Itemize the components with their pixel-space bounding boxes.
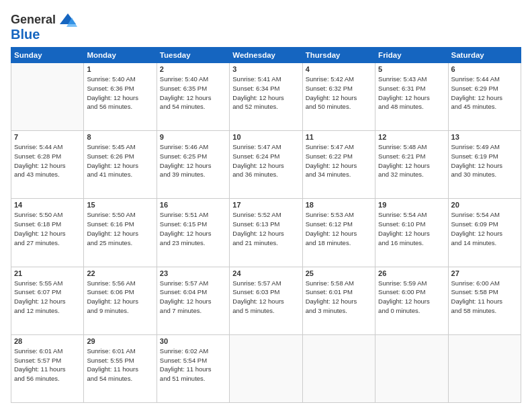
calendar-header-row: SundayMondayTuesdayWednesdayThursdayFrid… (11, 48, 521, 63)
cell-info: Sunrise: 5:54 AMSunset: 6:09 PMDaylight:… (451, 210, 518, 247)
cell-info: Sunrise: 5:45 AMSunset: 6:26 PMDaylight:… (87, 142, 153, 179)
cell-line: and 48 minutes. (378, 103, 424, 110)
cell-line: and 18 minutes. (306, 239, 351, 246)
cell-line: Daylight: 12 hours (160, 230, 212, 237)
cell-line: Sunrise: 5:53 AM (306, 211, 354, 218)
day-number: 1 (87, 65, 153, 73)
cell-line: and 9 minutes. (87, 307, 128, 314)
cell-line: Daylight: 12 hours (232, 230, 284, 237)
cell-line: and 12 minutes. (14, 307, 60, 314)
cell-line: Sunset: 6:26 PM (87, 152, 134, 160)
calendar-cell: 15Sunrise: 5:50 AMSunset: 6:16 PMDayligh… (84, 199, 157, 267)
cell-line: Sunrise: 5:42 AM (306, 75, 354, 83)
day-number: 26 (378, 269, 445, 277)
cell-line: Sunrise: 5:44 AM (451, 75, 500, 83)
cell-line: Sunrise: 5:55 AM (14, 279, 62, 287)
cell-line: and 39 minutes. (160, 171, 206, 178)
cell-line: and 21 minutes. (232, 239, 278, 246)
cell-line: Daylight: 12 hours (451, 94, 503, 101)
day-number: 10 (232, 133, 299, 141)
cell-line: Daylight: 11 hours (14, 365, 66, 373)
day-number: 16 (160, 201, 226, 209)
cell-info: Sunrise: 6:01 AMSunset: 5:55 PMDaylight:… (87, 347, 153, 383)
calendar-week-row: 28Sunrise: 6:01 AMSunset: 5:57 PMDayligh… (11, 334, 521, 402)
cell-line: Daylight: 12 hours (160, 298, 212, 305)
cell-line: Sunset: 6:10 PM (378, 220, 425, 228)
calendar-week-row: 1Sunrise: 5:40 AMSunset: 6:36 PMDaylight… (11, 63, 521, 131)
cell-line: Daylight: 12 hours (14, 162, 66, 169)
cell-line: Daylight: 12 hours (160, 162, 212, 169)
calendar-cell: 27Sunrise: 6:00 AMSunset: 5:58 PMDayligh… (448, 267, 521, 334)
cell-line: and 7 minutes. (160, 307, 202, 314)
day-number: 8 (87, 133, 153, 141)
cell-line: Sunrise: 5:47 AM (306, 143, 354, 150)
cell-line: and 23 minutes. (160, 239, 206, 246)
cell-line: Daylight: 12 hours (232, 94, 284, 101)
calendar-cell: 26Sunrise: 5:59 AMSunset: 6:00 PMDayligh… (375, 267, 448, 334)
cell-line: Sunrise: 5:41 AM (232, 75, 281, 83)
cell-line: Sunset: 5:58 PM (451, 288, 498, 295)
cell-line: Sunset: 6:06 PM (87, 288, 134, 295)
cell-info: Sunrise: 5:47 AMSunset: 6:24 PMDaylight:… (232, 142, 299, 179)
calendar-cell: 4Sunrise: 5:42 AMSunset: 6:32 PMDaylight… (302, 63, 375, 131)
logo-icon (58, 11, 77, 30)
day-number: 22 (87, 269, 153, 277)
cell-line: Sunset: 6:09 PM (451, 220, 498, 228)
cell-line: Sunset: 6:28 PM (14, 152, 61, 160)
cell-line: Daylight: 12 hours (87, 162, 138, 169)
cell-line: and 56 minutes. (14, 375, 60, 382)
cell-line: and 0 minutes. (378, 307, 420, 314)
cell-line: Daylight: 11 hours (451, 298, 503, 305)
cell-line: Daylight: 12 hours (306, 162, 357, 169)
cell-line: Sunrise: 5:46 AM (160, 143, 208, 150)
cell-line: Sunrise: 5:59 AM (378, 279, 427, 287)
cell-line: Daylight: 12 hours (160, 94, 212, 101)
cell-info: Sunrise: 5:54 AMSunset: 6:10 PMDaylight:… (378, 210, 445, 247)
cell-line: Sunrise: 5:44 AM (14, 143, 62, 150)
cell-line: Sunrise: 5:54 AM (451, 211, 500, 218)
cell-line: Sunrise: 5:50 AM (87, 211, 135, 218)
cell-line: Sunrise: 5:54 AM (378, 211, 427, 218)
cell-info: Sunrise: 5:57 AMSunset: 6:03 PMDaylight:… (232, 279, 299, 316)
cell-line: Daylight: 12 hours (378, 230, 430, 237)
cell-line: Sunset: 6:18 PM (14, 220, 61, 228)
cell-line: and 34 minutes. (306, 171, 351, 178)
cell-line: Sunrise: 5:56 AM (87, 279, 135, 287)
cell-line: and 56 minutes. (87, 103, 132, 110)
cell-line: Sunrise: 5:52 AM (232, 211, 281, 218)
calendar-cell: 24Sunrise: 5:57 AMSunset: 6:03 PMDayligh… (230, 267, 302, 334)
cell-line: Daylight: 11 hours (87, 365, 138, 373)
calendar-cell: 18Sunrise: 5:53 AMSunset: 6:12 PMDayligh… (302, 199, 375, 267)
cell-info: Sunrise: 5:42 AMSunset: 6:32 PMDaylight:… (306, 75, 372, 111)
day-number: 20 (451, 201, 518, 209)
cell-line: and 14 minutes. (451, 239, 497, 246)
cell-info: Sunrise: 5:51 AMSunset: 6:15 PMDaylight:… (160, 210, 226, 247)
day-number: 29 (87, 337, 153, 345)
logo-text-general: General (11, 13, 56, 27)
cell-line: Sunset: 6:21 PM (378, 152, 425, 160)
day-number: 28 (14, 337, 81, 345)
calendar-cell: 28Sunrise: 6:01 AMSunset: 5:57 PMDayligh… (11, 334, 84, 402)
cell-line: Sunset: 6:24 PM (232, 152, 279, 160)
cell-info: Sunrise: 5:40 AMSunset: 6:35 PMDaylight:… (160, 75, 226, 111)
cell-line: Daylight: 11 hours (160, 365, 212, 373)
calendar-cell: 12Sunrise: 5:48 AMSunset: 6:21 PMDayligh… (375, 131, 448, 199)
cell-info: Sunrise: 5:47 AMSunset: 6:22 PMDaylight:… (306, 142, 372, 179)
cell-info: Sunrise: 5:50 AMSunset: 6:18 PMDaylight:… (14, 210, 81, 247)
calendar-cell: 16Sunrise: 5:51 AMSunset: 6:15 PMDayligh… (157, 199, 229, 267)
cell-line: and 32 minutes. (378, 171, 424, 178)
cell-line: Sunset: 6:19 PM (451, 152, 498, 160)
cell-info: Sunrise: 5:49 AMSunset: 6:19 PMDaylight:… (451, 142, 518, 179)
cell-line: Sunrise: 5:57 AM (160, 279, 208, 287)
cell-info: Sunrise: 5:56 AMSunset: 6:06 PMDaylight:… (87, 279, 153, 316)
cell-line: Daylight: 12 hours (451, 230, 503, 237)
cell-line: and 36 minutes. (232, 171, 278, 178)
cell-info: Sunrise: 5:52 AMSunset: 6:13 PMDaylight:… (232, 210, 299, 247)
calendar-cell: 8Sunrise: 5:45 AMSunset: 6:26 PMDaylight… (84, 131, 157, 199)
day-number: 17 (232, 201, 299, 209)
cell-line: Daylight: 12 hours (378, 94, 430, 101)
calendar-cell: 30Sunrise: 6:02 AMSunset: 5:54 PMDayligh… (157, 334, 229, 402)
cell-line: Sunset: 5:55 PM (87, 357, 134, 364)
calendar-cell: 29Sunrise: 6:01 AMSunset: 5:55 PMDayligh… (84, 334, 157, 402)
cell-line: Sunset: 5:54 PM (160, 357, 207, 364)
